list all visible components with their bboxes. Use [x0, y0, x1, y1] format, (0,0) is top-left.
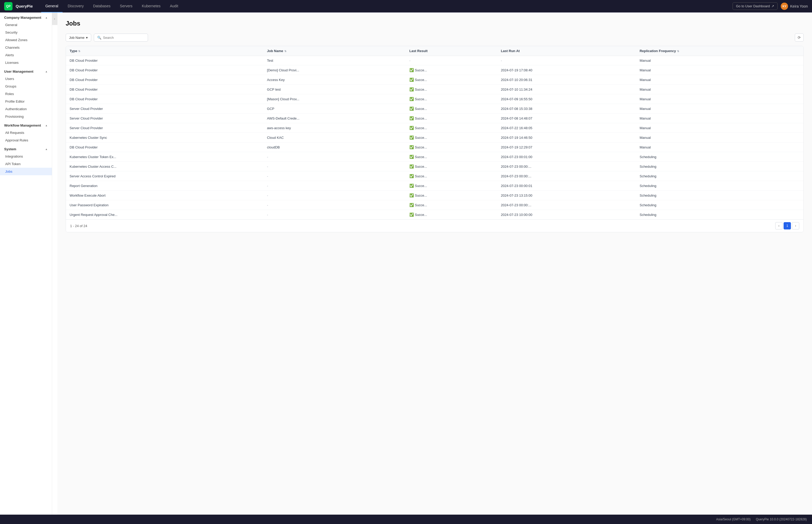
sidebar-item-jobs[interactable]: Jobs	[0, 168, 52, 175]
cell-last-result: ✅Succe...	[406, 191, 497, 200]
table-row[interactable]: User Password Expiration-✅Succe...2024-0…	[66, 200, 803, 210]
cell-replication-frequency: Scheduling	[636, 191, 803, 200]
cell-last-run-at: 2024-07-10 11:34:24	[497, 85, 636, 94]
table-row[interactable]: DB Cloud ProviderTest--Manual	[66, 56, 803, 65]
sidebar-item-api-token[interactable]: API Token	[0, 160, 52, 168]
sort-icon: ⇅	[284, 50, 286, 53]
table-row[interactable]: Kubernetes Cluster Access C...-✅Succe...…	[66, 162, 803, 171]
cell-type: User Password Expiration	[66, 200, 264, 210]
footer: Asia/Seoul (GMT+09:00) QueryPie 10.0.0 (…	[0, 514, 812, 524]
table-row[interactable]: Server Access Control Expired-✅Succe...2…	[66, 171, 803, 181]
table-row[interactable]: Server Cloud ProviderAWS-Default Crede..…	[66, 114, 803, 123]
cell-last-result: ✅Succe...	[406, 75, 497, 85]
table-row[interactable]: DB Cloud Provider[Mason] Cloud Prov...✅S…	[66, 94, 803, 104]
page-title: Jobs	[66, 20, 804, 27]
status-badge: ✅Succe...	[409, 213, 427, 217]
search-icon: 🔍	[97, 36, 101, 39]
pagination-bar: 1 - 24 of 24 ‹ 1 ›	[66, 219, 803, 232]
page-1-button[interactable]: 1	[784, 222, 791, 229]
cell-last-result: ✅Succe...	[406, 123, 497, 133]
status-badge: ✅Succe...	[409, 155, 427, 159]
col-replication-frequency[interactable]: Replication Frequency⇅	[636, 46, 803, 56]
sidebar-item-licenses[interactable]: Licenses	[0, 59, 52, 66]
cell-replication-frequency: Scheduling	[636, 171, 803, 181]
app-name: QueryPie	[16, 4, 33, 8]
cell-replication-frequency: Scheduling	[636, 152, 803, 162]
sidebar-section-label-company-management: Company Management	[4, 16, 41, 19]
table-row[interactable]: Server Cloud ProviderGCP✅Succe...2024-07…	[66, 104, 803, 114]
cell-last-run-at: 2024-07-23 00:00:...	[497, 162, 636, 171]
cell-type: Kubernetes Cluster Sync	[66, 133, 264, 143]
col-job-name[interactable]: Job Name⇅	[264, 46, 406, 56]
status-badge: ✅Succe...	[409, 164, 427, 168]
top-nav: QP QueryPie GeneralDiscoveryDatabasesSer…	[0, 0, 812, 13]
prev-page-button[interactable]: ‹	[775, 222, 783, 229]
chevron-icon: ▲	[45, 70, 48, 73]
refresh-button[interactable]: ⟳	[795, 33, 804, 42]
cell-last-run-at: 2024-07-19 17:08:40	[497, 65, 636, 75]
sidebar-item-provisioning[interactable]: Provisioning	[0, 113, 52, 120]
cell-replication-frequency: Manual	[636, 143, 803, 152]
col-type[interactable]: Type⇅	[66, 46, 264, 56]
table-row[interactable]: Kubernetes Cluster SyncCloud KAC✅Succe..…	[66, 133, 803, 143]
success-icon: ✅	[409, 97, 414, 101]
sidebar-item-integrations[interactable]: Integrations	[0, 153, 52, 160]
table-row[interactable]: Server Cloud Provideraws-access key✅Succ…	[66, 123, 803, 133]
table-row[interactable]: DB Cloud ProviderGCP test✅Succe...2024-0…	[66, 85, 803, 94]
sort-icon: ⇅	[677, 50, 679, 53]
sidebar-item-profile-editor[interactable]: Profile Editor	[0, 98, 52, 105]
cell-job-name: -	[264, 152, 406, 162]
nav-tab-databases[interactable]: Databases	[89, 0, 115, 13]
success-icon: ✅	[409, 193, 414, 197]
refresh-icon: ⟳	[798, 35, 801, 39]
success-icon: ✅	[409, 126, 414, 130]
go-to-dashboard-button[interactable]: Go to User Dashboard ↗	[733, 2, 778, 10]
table-row[interactable]: Urgent Request Approval Che...-✅Succe...…	[66, 210, 803, 219]
table-row[interactable]: Workflow Execute Abort-✅Succe...2024-07-…	[66, 191, 803, 200]
cell-last-result: ✅Succe...	[406, 210, 497, 219]
sidebar-item-groups[interactable]: Groups	[0, 83, 52, 90]
sidebar-item-general[interactable]: General	[0, 21, 52, 29]
sidebar-item-allowed-zones[interactable]: Allowed Zones	[0, 36, 52, 44]
sidebar-item-security[interactable]: Security	[0, 29, 52, 36]
nav-tab-kubernetes[interactable]: Kubernetes	[138, 0, 165, 13]
sidebar-toggle[interactable]: ‹	[52, 13, 57, 25]
next-page-button[interactable]: ›	[792, 222, 799, 229]
sidebar-section-workflow-management[interactable]: Workflow Management▲	[0, 120, 52, 129]
sidebar-item-channels[interactable]: Channels	[0, 44, 52, 51]
cell-job-name: -	[264, 200, 406, 210]
sidebar-item-approval-rules[interactable]: Approval Rules	[0, 136, 52, 144]
nav-tab-discovery[interactable]: Discovery	[64, 0, 88, 13]
success-icon: ✅	[409, 107, 414, 111]
table-row[interactable]: Kubernetes Cluster Token Ex...-✅Succe...…	[66, 152, 803, 162]
status-badge: ✅Succe...	[409, 184, 427, 188]
cell-job-name: -	[264, 162, 406, 171]
nav-tab-general[interactable]: General	[41, 0, 63, 13]
main-content: Jobs Job Name ▾ 🔍 ⟳ Type⇅Job Name⇅Last R…	[57, 13, 812, 514]
nav-right: Go to User Dashboard ↗ KY Keira Yoon	[733, 2, 808, 10]
sidebar-item-authentication[interactable]: Authentication	[0, 105, 52, 113]
sidebar-section-system[interactable]: System▲	[0, 144, 52, 153]
table-row[interactable]: DB Cloud ProvidercloudDB✅Succe...2024-07…	[66, 143, 803, 152]
cell-replication-frequency: Manual	[636, 94, 803, 104]
cell-replication-frequency: Manual	[636, 133, 803, 143]
cell-type: Server Cloud Provider	[66, 123, 264, 133]
sidebar-item-users[interactable]: Users	[0, 75, 52, 83]
user-menu[interactable]: KY Keira Yoon	[781, 3, 808, 10]
sidebar-section-company-management[interactable]: Company Management▲	[0, 13, 52, 21]
nav-tab-servers[interactable]: Servers	[116, 0, 137, 13]
sidebar-section-user-management[interactable]: User Management▲	[0, 66, 52, 75]
sidebar-item-alerts[interactable]: Alerts	[0, 51, 52, 59]
cell-last-result: ✅Succe...	[406, 94, 497, 104]
status-badge: ✅Succe...	[409, 203, 427, 207]
sidebar-item-all-requests[interactable]: All Requests	[0, 129, 52, 136]
table-row[interactable]: DB Cloud Provider[Demo] Cloud Provi...✅S…	[66, 65, 803, 75]
nav-tab-audit[interactable]: Audit	[166, 0, 182, 13]
search-input[interactable]	[103, 36, 145, 39]
sidebar-item-roles[interactable]: Roles	[0, 90, 52, 98]
table-row[interactable]: DB Cloud ProviderAccess Key✅Succe...2024…	[66, 75, 803, 85]
cell-last-result: ✅Succe...	[406, 133, 497, 143]
job-name-filter-button[interactable]: Job Name ▾	[66, 34, 91, 42]
cell-replication-frequency: Manual	[636, 65, 803, 75]
table-row[interactable]: Report Generation-✅Succe...2024-07-23 00…	[66, 181, 803, 191]
